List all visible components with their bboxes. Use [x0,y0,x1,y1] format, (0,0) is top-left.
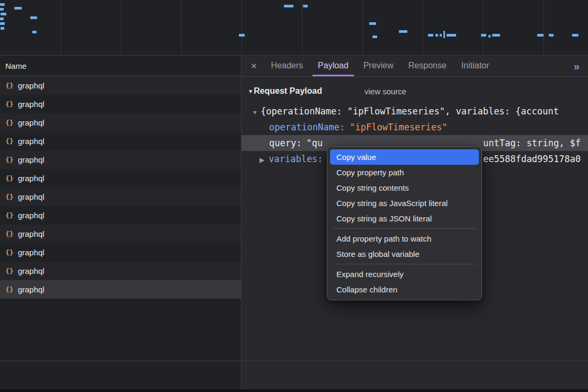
context-menu: Copy valueCopy property pathCopy string … [327,146,482,300]
request-name: graphql [18,137,44,146]
tab-headers[interactable]: Headers [266,56,308,76]
timeline-request-bar [481,34,486,37]
timeline-gridline [423,0,423,55]
request-name: graphql [18,81,44,90]
json-braces-icon: {} [5,267,14,275]
timeline-gridline [242,0,242,55]
timeline-request-bar [492,34,500,37]
property-value: "ipFlowTimeseries" [350,122,447,132]
json-braces-icon: {} [5,193,14,201]
request-name: graphql [18,118,44,127]
timeline-request-bar [0,8,4,11]
timeline-request-bar [428,34,433,37]
json-braces-icon: {} [5,286,14,293]
menu-item-copy-string-as-javascript-literal[interactable]: Copy string as JavaScript literal [330,195,479,211]
timeline-overview[interactable] [0,0,588,56]
menu-item-copy-property-path[interactable]: Copy property path [330,165,479,180]
request-row[interactable]: {}graphql [0,132,241,150]
tab-response[interactable]: Response [403,56,452,76]
menu-item-copy-value[interactable]: Copy value [330,149,479,165]
request-row[interactable]: {}graphql [0,225,241,243]
json-braces-icon: {} [5,100,14,108]
json-braces-icon: {} [5,137,14,145]
detail-tabbar: ✕ HeadersPayloadPreviewResponseInitiator… [242,56,588,77]
request-row[interactable]: {}graphql [0,95,241,113]
property-key: query: [269,138,301,148]
close-icon[interactable]: ✕ [251,61,257,71]
timeline-request-bar [549,34,554,37]
timeline-request-bar [537,34,544,37]
menu-item-collapse-children[interactable]: Collapse children [330,282,479,297]
timeline-request-bar [30,16,37,19]
timeline-request-bar [0,3,5,6]
timeline-gridline [302,0,302,55]
request-row[interactable]: {}graphql [0,76,241,95]
menu-item-expand-recursively[interactable]: Expand recursively [330,266,479,282]
property-key: variables: [269,154,323,164]
request-name: graphql [18,229,44,238]
timeline-request-bar [0,22,5,25]
request-name: graphql [18,285,44,294]
detail-tabs: HeadersPayloadPreviewResponseInitiator [264,56,497,76]
payload-root-preview: {operationName: "ipFlowTimeseries", vari… [261,106,559,117]
timeline-request-bar [435,34,438,37]
requests-pane: Name {}graphql{}graphql{}graphql{}graphq… [0,56,241,361]
timeline-request-bar [32,31,37,33]
request-row[interactable]: {}graphql [0,188,241,206]
request-name: graphql [18,100,44,109]
request-name: graphql [18,248,44,257]
section-title: Request Payload [254,86,322,96]
timeline-request-bar [239,34,245,37]
request-row[interactable]: {}graphql [0,169,241,188]
menu-item-store-as-global-variable[interactable]: Store as global variable [330,246,479,262]
json-braces-icon: {} [5,156,14,164]
tab-initiator[interactable]: Initiator [456,56,494,76]
menu-item-copy-string-contents[interactable]: Copy string contents [330,180,479,195]
disclosure-collapsed-icon[interactable]: ▶ [260,152,264,168]
property-value-right: untTag: string, $f [483,135,581,151]
timeline-request-bar [369,22,376,25]
request-payload-section-header: ▾ Request Payload view source [242,84,588,98]
footer-right [242,361,588,389]
request-name: graphql [18,211,44,220]
tab-preview[interactable]: Preview [358,56,399,76]
timeline-gridline [483,0,484,55]
request-row[interactable]: {}graphql [0,113,241,132]
timeline-request-bar [284,5,293,7]
timeline-request-bar [399,30,407,33]
request-row[interactable]: {}graphql [0,262,241,280]
request-row[interactable]: {}graphql [0,150,241,169]
json-braces-icon: {} [5,82,14,90]
timeline-gridline [60,0,61,55]
disclosure-expanded-icon[interactable]: ▾ [253,104,256,120]
request-row[interactable]: {}graphql [0,243,241,262]
payload-root-row[interactable]: ▾{operationName: "ipFlowTimeseries", var… [242,103,588,119]
footer-left [0,361,241,389]
timeline-request-bar [303,5,308,7]
request-name: graphql [18,174,44,183]
payload-row-operation-name[interactable]: operationName:"ipFlowTimeseries" [242,119,588,135]
property-key: operationName: [269,122,345,132]
json-braces-icon: {} [5,211,14,219]
json-braces-icon: {} [5,174,14,182]
more-tabs-icon[interactable]: » [574,61,580,72]
json-braces-icon: {} [5,119,14,127]
request-name: graphql [18,266,44,275]
timeline-request-bar [443,31,445,38]
tab-payload[interactable]: Payload [313,56,354,76]
timeline-request-bar [440,34,442,37]
view-source-link[interactable]: view source [364,87,406,96]
request-name: graphql [18,155,44,164]
timeline-request-bar [14,7,22,10]
json-braces-icon: {} [5,230,14,238]
menu-item-copy-string-as-json-literal[interactable]: Copy string as JSON literal [330,211,479,226]
timeline-request-bar [488,35,491,38]
request-row[interactable]: {}graphql [0,206,241,225]
name-column-header[interactable]: Name [0,56,241,76]
window-bottom-edge [0,389,588,392]
section-disclosure-icon[interactable]: ▾ [249,87,252,95]
timeline-gridline [181,0,182,55]
timeline-gridline [362,0,363,55]
request-row[interactable]: {}graphql [0,280,241,299]
menu-item-add-property-path-to-watch[interactable]: Add property path to watch [330,231,479,246]
